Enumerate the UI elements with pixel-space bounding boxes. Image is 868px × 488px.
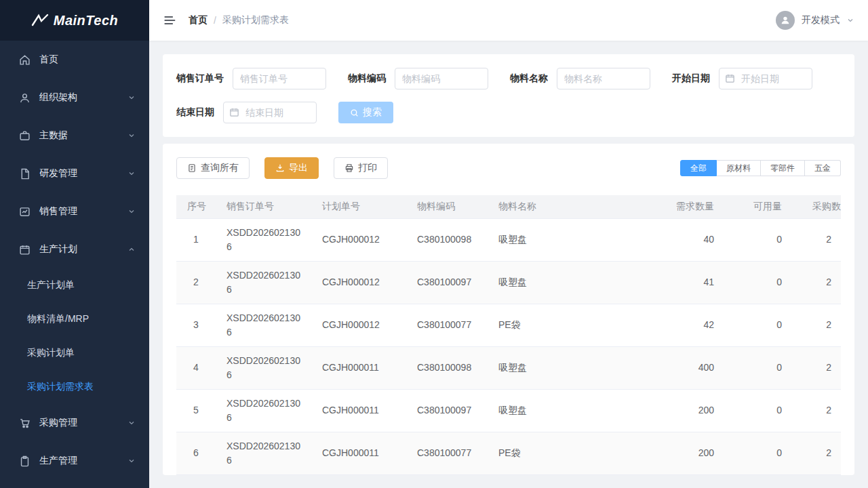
- chevron-down-icon: [846, 16, 854, 24]
- export-button[interactable]: 导出: [264, 157, 319, 179]
- sidebar-item-rd-management[interactable]: 研发管理: [0, 155, 149, 192]
- user-mode-label: 开发模式: [802, 14, 840, 26]
- search-button[interactable]: 搜索: [338, 102, 393, 123]
- sidebar-menu: 首页 组织架构 主数据 研发管理 销售管理 生产计划: [0, 41, 149, 488]
- cell-plan-no: CGJH000011: [311, 346, 406, 389]
- col-header-index: 序号: [176, 195, 216, 218]
- material-code-label: 物料编码: [348, 73, 386, 85]
- breadcrumb: 首页 / 采购计划需求表: [189, 14, 289, 26]
- cell-sales-order: XSDD2026021306: [216, 389, 311, 432]
- material-name-input[interactable]: [557, 68, 650, 89]
- end-date-field: 结束日期: [176, 102, 317, 123]
- sales-order-field: 销售订单号: [176, 68, 326, 89]
- print-button[interactable]: 打印: [334, 157, 388, 179]
- table-row[interactable]: 1 XSDD2026021306 CGJH000012 C380100098 吸…: [176, 218, 841, 261]
- material-code-field: 物料编码: [348, 68, 488, 89]
- sidebar-item-production-plan[interactable]: 生产计划: [0, 230, 149, 268]
- table-row[interactable]: 2 XSDD2026021306 CGJH000012 C380100097 吸…: [176, 261, 841, 304]
- sidebar-item-home[interactable]: 首页: [0, 41, 149, 79]
- sidebar: MainTech 首页 组织架构 主数据 研发管理 销售管理: [0, 0, 149, 488]
- sidebar-item-procurement[interactable]: 采购管理: [0, 404, 149, 442]
- sidebar-item-organization[interactable]: 组织架构: [0, 79, 149, 117]
- table-row[interactable]: 5 XSDD2026021306 CGJH000011 C380100097 吸…: [176, 389, 841, 432]
- table-row[interactable]: 3 XSDD2026021306 CGJH000012 C380100077 P…: [176, 304, 841, 346]
- chevron-up-icon: [127, 245, 136, 253]
- cart-icon: [19, 418, 31, 429]
- sub-item-label: 采购计划需求表: [27, 381, 94, 393]
- sidebar-item-label: 主数据: [39, 129, 68, 142]
- cell-purchase-qty: 2: [793, 346, 841, 389]
- cell-purchase-qty: 2: [793, 218, 841, 261]
- sales-order-label: 销售订单号: [176, 73, 224, 85]
- data-table-wrapper: 序号 销售订单号 计划单号 物料编码 物料名称 需求数量 可用量 采购数量 1: [176, 195, 841, 475]
- breadcrumb-current: 采购计划需求表: [222, 14, 289, 26]
- cell-demand-qty: 200: [657, 432, 725, 474]
- cell-sales-order: XSDD2026021306: [216, 304, 311, 346]
- sidebar-subitem-bom-mrp[interactable]: 物料清单/MRP: [0, 302, 149, 336]
- cell-purchase-qty: 2: [793, 261, 841, 304]
- tab-parts[interactable]: 零部件: [761, 160, 805, 176]
- clipboard-icon: [19, 455, 31, 467]
- cell-demand-qty: 400: [657, 346, 725, 389]
- cell-available-qty: 0: [725, 261, 793, 304]
- col-header-purchase-qty: 采购数量: [793, 195, 841, 218]
- query-all-button[interactable]: 查询所有: [176, 157, 250, 179]
- sales-order-input[interactable]: [233, 68, 326, 89]
- chevron-down-icon: [127, 419, 136, 427]
- cell-index: 1: [176, 218, 216, 261]
- material-name-label: 物料名称: [510, 73, 548, 85]
- cell-available-qty: 0: [725, 432, 793, 474]
- sidebar-subitem-purchase-plan-demand[interactable]: 采购计划需求表: [0, 370, 149, 404]
- table-row[interactable]: 6 XSDD2026021306 CGJH000011 C380100077 P…: [176, 432, 841, 474]
- cell-plan-no: CGJH000011: [311, 389, 406, 432]
- cell-plan-no: CGJH000012: [311, 218, 406, 261]
- download-icon: [275, 163, 285, 173]
- chart-icon: [19, 206, 31, 218]
- sub-item-label: 采购计划单: [27, 347, 75, 359]
- home-icon: [19, 54, 31, 66]
- printer-icon: [344, 163, 354, 173]
- cell-available-qty: 0: [725, 218, 793, 261]
- cell-demand-qty: 41: [657, 261, 725, 304]
- sidebar-item-production-management[interactable]: 生产管理: [0, 442, 149, 480]
- page-content: 销售订单号 物料编码 物料名称 开始日期: [149, 41, 868, 488]
- chevron-down-icon: [127, 169, 136, 178]
- filter-panel: 销售订单号 物料编码 物料名称 开始日期: [163, 54, 854, 137]
- sidebar-item-label: 生产管理: [39, 455, 77, 467]
- search-icon: [350, 108, 359, 117]
- cell-demand-qty: 42: [657, 304, 725, 346]
- document-icon: [187, 163, 197, 173]
- cell-demand-qty: 200: [657, 389, 725, 432]
- sidebar-subitem-purchase-plan-order[interactable]: 采购计划单: [0, 336, 149, 370]
- cell-sales-order: XSDD2026021306: [216, 432, 311, 474]
- query-all-label: 查询所有: [201, 162, 239, 174]
- user-icon: [19, 92, 31, 104]
- tab-hardware[interactable]: 五金: [805, 160, 841, 176]
- sidebar-item-sales-management[interactable]: 销售管理: [0, 192, 149, 230]
- tab-all[interactable]: 全部: [680, 160, 717, 176]
- user-menu[interactable]: 开发模式: [776, 11, 854, 30]
- table-row[interactable]: 4 XSDD2026021306 CGJH000011 C380100098 吸…: [176, 346, 841, 389]
- tab-raw-material[interactable]: 原材料: [717, 160, 761, 176]
- cell-purchase-qty: 2: [793, 304, 841, 346]
- breadcrumb-home-link[interactable]: 首页: [189, 14, 208, 26]
- sidebar-item-master-data[interactable]: 主数据: [0, 117, 149, 155]
- sidebar-item-label: 组织架构: [39, 92, 77, 104]
- start-date-label: 开始日期: [672, 73, 710, 85]
- sidebar-subitem-production-plan-order[interactable]: 生产计划单: [0, 268, 149, 302]
- cell-index: 4: [176, 346, 216, 389]
- document-icon: [19, 168, 31, 180]
- person-icon: [780, 15, 791, 26]
- material-code-input[interactable]: [395, 68, 488, 89]
- search-button-label: 搜索: [363, 106, 382, 119]
- main-area: 首页 / 采购计划需求表 开发模式 销售订单号 物料编码: [149, 0, 868, 488]
- cell-material-name: 吸塑盘: [488, 389, 657, 432]
- cell-plan-no: CGJH000011: [311, 432, 406, 474]
- hamburger-menu-icon[interactable]: [163, 14, 176, 27]
- table-toolbar: 查询所有 导出 打印 全部 原材料 零部件 五金: [176, 157, 841, 179]
- sidebar-item-label: 生产计划: [39, 243, 77, 256]
- cell-material-name: PE袋: [488, 304, 657, 346]
- export-label: 导出: [289, 162, 308, 174]
- cell-material-name: 吸塑盘: [488, 218, 657, 261]
- calendar-icon: [19, 244, 31, 256]
